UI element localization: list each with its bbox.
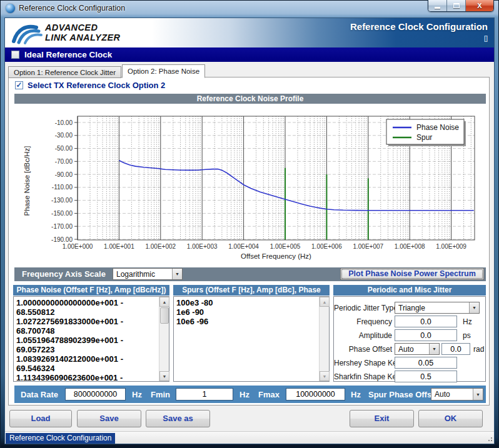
dialog-title: Reference Clock Configuration <box>350 21 488 32</box>
scroll-up-icon[interactable]: ▲ <box>320 297 330 307</box>
phase-noise-tab-page: ✓ Select TX Reference Clock Option 2 Ref… <box>8 77 490 406</box>
svg-text:1.00E+002: 1.00E+002 <box>145 243 176 250</box>
dialog-subtitle: [] <box>350 34 488 42</box>
dropdown-value: Auto <box>395 345 429 354</box>
frequency-label: Frequency <box>334 317 395 326</box>
scroll-down-icon[interactable]: ▼ <box>159 371 169 381</box>
sharkfin-shape-key-field[interactable] <box>395 371 457 382</box>
fmin-field[interactable] <box>176 388 233 401</box>
svg-text:-190.00: -190.00 <box>51 236 73 243</box>
minimize-button[interactable] <box>428 0 447 11</box>
check-icon: ✓ <box>16 81 22 89</box>
tab-reference-clock-jitter[interactable]: Option 1: Reference Clock Jitter <box>8 66 121 78</box>
fmin-unit: Hz <box>239 390 250 399</box>
phase-noise-scrollbar[interactable]: ▲ ▼ <box>159 297 169 381</box>
chart-title-bar: Reference Clock Noise Profile <box>14 94 486 104</box>
titlebar[interactable]: Reference Clock Configuration X <box>0 0 499 17</box>
sharkfin-shape-key-label: Sharkfin Shape Key <box>334 372 395 381</box>
chevron-down-icon: ▼ <box>429 344 439 354</box>
minimize-icon <box>435 7 440 9</box>
chevron-down-icon: ▼ <box>172 269 182 279</box>
svg-text:1.00E+001: 1.00E+001 <box>104 243 134 250</box>
select-tx-option2-label: Select TX Reference Clock Option 2 <box>28 81 165 90</box>
fmax-field[interactable] <box>286 388 345 401</box>
phase-offset-field[interactable] <box>441 343 470 355</box>
amplitude-field[interactable] <box>395 329 457 341</box>
svg-text:1.00E+006: 1.00E+006 <box>311 243 342 250</box>
hershey-shape-key-field[interactable] <box>395 357 457 369</box>
svg-text:1.00E+008: 1.00E+008 <box>395 243 425 250</box>
data-rate-field[interactable] <box>65 388 126 401</box>
tab-strip: Option 1: Reference Clock Jitter Option … <box>8 64 206 78</box>
hershey-shape-key-label: Hershey Shape Key <box>334 359 395 367</box>
phase-offset-mode-dropdown[interactable]: Auto ▼ <box>395 343 440 355</box>
ideal-clock-checkbox[interactable]: ✓ <box>11 51 19 59</box>
svg-text:1.00E+005: 1.00E+005 <box>270 243 301 250</box>
phase-noise-textbox[interactable]: 1.0000000000000000e+001 - 68.550812 1.02… <box>14 297 159 381</box>
spurs-textbox[interactable]: 100e3 -80 1e6 -90 10e6 -96 <box>174 297 319 381</box>
spur-phase-offset-dropdown[interactable]: Auto ▼ <box>431 388 483 401</box>
frequency-axis-bar: Frequency Axis Scale Logarithmic ▼ Plot … <box>14 267 486 281</box>
close-icon: X <box>477 2 481 9</box>
window: Reference Clock Configuration X ADVANCED… <box>0 0 499 448</box>
spur-phase-offset-label: Spur Phase Offset <box>368 390 439 399</box>
chart-plot-area: -10.00-30.00-50.00-70.00-90.00-110.00-13… <box>14 104 486 267</box>
ok-button[interactable]: OK <box>418 410 483 427</box>
phase-noise-panel: 1.0000000000000000e+001 - 68.550812 1.02… <box>13 296 169 382</box>
scroll-up-icon[interactable]: ▲ <box>159 297 169 307</box>
svg-text:-30.00: -30.00 <box>55 132 73 139</box>
svg-text:-170.00: -170.00 <box>51 223 73 230</box>
data-rate-label: Data Rate <box>21 390 58 399</box>
data-rate-unit: Hz <box>132 390 142 399</box>
spurs-panel: 100e3 -80 1e6 -90 10e6 -96 ▲ ▼ <box>173 296 330 382</box>
jitter-panel-header: Periodic and Misc Jitter <box>333 285 486 296</box>
frequency-field[interactable] <box>395 316 457 327</box>
amplitude-unit: ps <box>463 331 471 340</box>
svg-text:-10.00: -10.00 <box>55 119 73 126</box>
data-rate-bar: Data Rate Hz Fmin Hz Fmax Hz Spur Phase … <box>14 386 486 403</box>
svg-text:1.00E+007: 1.00E+007 <box>353 243 383 250</box>
select-tx-option2-checkbox[interactable]: ✓ <box>15 81 23 89</box>
svg-text:1.00E+003: 1.00E+003 <box>187 243 218 250</box>
svg-text:-70.00: -70.00 <box>55 158 73 165</box>
svg-text:Offset Frequency (Hz): Offset Frequency (Hz) <box>241 252 311 260</box>
exit-button[interactable]: Exit <box>350 410 414 427</box>
window-controls: X <box>428 0 494 12</box>
fmin-label: Fmin <box>151 390 170 399</box>
window-title: Reference Clock Configuration <box>19 4 125 12</box>
chevron-down-icon: ▼ <box>469 302 479 313</box>
fmax-label: Fmax <box>258 390 280 399</box>
plot-phase-noise-power-spectrum-button[interactable]: Plot Phase Noise Power Spectrum <box>340 268 484 280</box>
maximize-button[interactable] <box>447 0 466 11</box>
save-as-button[interactable]: Save as <box>146 410 210 427</box>
dialog-client-area: ADVANCED LINK ANALYZER Reference Clock C… <box>4 17 495 444</box>
svg-text:-90.00: -90.00 <box>55 171 73 178</box>
spurs-scrollbar[interactable]: ▲ ▼ <box>319 297 329 381</box>
svg-text:Spur: Spur <box>416 133 432 142</box>
svg-text:Phase Noise: Phase Noise <box>416 123 459 132</box>
maximize-icon <box>453 3 460 8</box>
tab-phase-noise[interactable]: Option 2: Phase Noise <box>122 64 205 78</box>
svg-text:1.00E+009: 1.00E+009 <box>436 243 466 250</box>
svg-text:-150.00: -150.00 <box>51 210 73 217</box>
scroll-down-icon[interactable]: ▼ <box>320 371 330 381</box>
phase-noise-panel-header: Phase Noise (Offset F [Hz], Amp [dBc/Hz]… <box>13 285 169 296</box>
save-button[interactable]: Save <box>77 410 141 427</box>
periodic-jitter-panel: Periodic Jitter Type Triangle ▼ Frequenc… <box>333 296 486 382</box>
wave-logo-icon <box>11 20 45 45</box>
resize-grip[interactable] <box>486 436 493 442</box>
scrollbar-thumb[interactable] <box>160 307 169 324</box>
amplitude-label: Amplitude <box>334 331 395 340</box>
spurs-panel-header: Spurs (Offset F [Hz], Amp [dBc], Phase [… <box>173 285 330 296</box>
periodic-jitter-type-label: Periodic Jitter Type <box>334 304 395 312</box>
dropdown-value: Logarithmic <box>113 270 172 279</box>
status-text: Reference Clock Configuration <box>6 433 115 444</box>
brand-name: ADVANCED LINK ANALYZER <box>45 22 120 42</box>
status-bar: Reference Clock Configuration <box>5 431 494 444</box>
frequency-axis-scale-dropdown[interactable]: Logarithmic ▼ <box>113 268 183 280</box>
load-button[interactable]: Load <box>9 410 72 427</box>
dropdown-value: Triangle <box>395 304 469 312</box>
periodic-jitter-type-dropdown[interactable]: Triangle ▼ <box>395 302 480 314</box>
app-icon <box>6 4 15 13</box>
close-button[interactable]: X <box>466 0 493 11</box>
